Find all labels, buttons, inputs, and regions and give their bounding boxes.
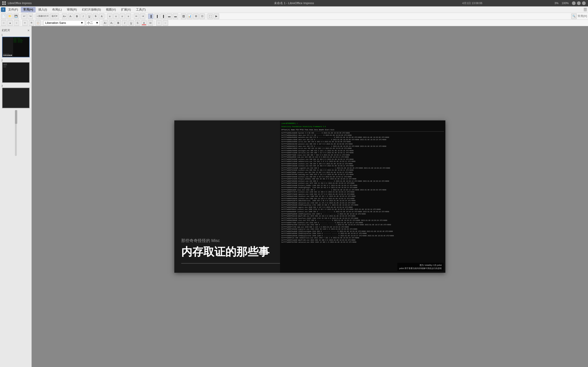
tb2-spacing2[interactable]: ↔ bbox=[163, 20, 168, 26]
slide-divider bbox=[181, 263, 287, 264]
tb-new[interactable]: 📄 bbox=[1, 14, 6, 19]
terminal-row: 0xffffa800f2d5b00 svchost.exe 760 504 9 … bbox=[281, 163, 444, 165]
close-button[interactable] bbox=[582, 1, 586, 5]
tb-save[interactable]: 💾 bbox=[13, 14, 19, 19]
sep1 bbox=[20, 14, 20, 19]
terminal-row: 0xffffa800f7e3a00 services.exe 504 408 7… bbox=[281, 152, 444, 154]
search-area: 🔍 常用(H) bbox=[571, 14, 587, 19]
tb-redo[interactable]: ↪ bbox=[27, 14, 33, 19]
tb2-font-color2[interactable]: A bbox=[141, 20, 147, 26]
terminal-row: 0xffffa800flee b00 vm3dservice.exe 2812 … bbox=[281, 237, 444, 239]
slides-panel-close[interactable]: ✕ bbox=[27, 29, 30, 32]
terminal-row: 0xffffa800ed9560 lsm.exe 544 408 10 153 … bbox=[281, 156, 444, 158]
tb-fullscreen[interactable]: ⛶ bbox=[208, 14, 213, 19]
tb2-open[interactable]: ▲ bbox=[7, 20, 13, 26]
font-name-selector[interactable]: Liberation Sans ▼ bbox=[44, 20, 85, 26]
menu-file[interactable]: 文件(F) bbox=[6, 7, 20, 12]
terminal-row: 0xffffa800ed489c0 smss.exe 272 4 2 30 --… bbox=[281, 134, 444, 137]
search-button[interactable]: 🔍 bbox=[571, 14, 577, 19]
system-tray: LibreOffice Impress bbox=[2, 1, 32, 5]
slide-content: 那些奇奇怪怪的 Misc 内存取证的那些事 (user@TUSKEDEV) > … bbox=[174, 120, 445, 273]
tb2-new[interactable]: □ bbox=[1, 20, 6, 26]
slides-scrollbar-thumb[interactable] bbox=[15, 110, 17, 124]
tb-slide-layout[interactable]: 版式▼ bbox=[50, 14, 59, 19]
maximize-button[interactable] bbox=[577, 1, 581, 5]
tb-align-block-right[interactable]: ▐ bbox=[160, 14, 166, 19]
tb-font-size-down[interactable]: A- bbox=[68, 14, 73, 19]
menu-slideshow[interactable]: 幻灯片放映(S) bbox=[80, 7, 103, 12]
tb-align-justify[interactable]: ≡ bbox=[126, 14, 131, 19]
terminal-row: 0xffffa800ecc6b00 smss.exe 344 272 0 ---… bbox=[281, 139, 444, 141]
tb-undo[interactable]: ↩ bbox=[21, 14, 27, 19]
tb2-bold2[interactable]: B bbox=[115, 20, 121, 26]
tb-insert-image[interactable]: 🖼 bbox=[181, 14, 186, 19]
tb-bold[interactable]: B bbox=[74, 14, 80, 19]
sep-f3 bbox=[101, 21, 101, 25]
tb2-shadow[interactable]: S bbox=[135, 20, 140, 26]
tb2-save-as[interactable]: ☆ bbox=[14, 20, 19, 26]
tb2-paste[interactable]: 📋 bbox=[35, 20, 41, 26]
tb-insert-more[interactable]: ⊡ bbox=[199, 14, 205, 19]
minimize-button[interactable] bbox=[572, 1, 576, 5]
terminal-rows: 0xffffa800cd4db00 System 4 0 89 565 ----… bbox=[281, 132, 444, 243]
tb-italic[interactable]: I bbox=[80, 14, 86, 19]
terminal-row: 0xffffa800f405060 dllhost.exe 432 660 0 … bbox=[281, 180, 444, 183]
terminal-row: 0xffffa800e921b00 taskhost.exe 1380 504 … bbox=[281, 195, 444, 198]
terminal-row: 0xffffa800f6d5b00 2345PinyinClou 1752 13… bbox=[281, 204, 444, 206]
tb2-italic2[interactable]: I bbox=[122, 20, 128, 26]
tb-indent-dec[interactable]: ⇤ bbox=[134, 14, 139, 19]
font-name-arrow: ▼ bbox=[80, 21, 83, 25]
slide-thumbnail-2[interactable]: autochk. autochk.exesmss.execsrss.exe bbox=[2, 62, 30, 83]
menu-more-button[interactable]: ☰ bbox=[583, 7, 587, 12]
right-panel-label: 常用(H) bbox=[578, 14, 587, 18]
tb-font-size-up[interactable]: A+ bbox=[62, 14, 67, 19]
tb-align-block-left[interactable]: ▐ bbox=[148, 14, 153, 19]
tb2-underline2[interactable]: U bbox=[128, 20, 134, 26]
tb-align-block-center[interactable]: ▐ bbox=[154, 14, 160, 19]
libreoffice-logo[interactable]: I bbox=[1, 7, 6, 12]
tb2-spacing[interactable]: ↕ bbox=[156, 20, 162, 26]
tb-align-left[interactable]: ≡ bbox=[107, 14, 112, 19]
tb-underline[interactable]: U bbox=[86, 14, 92, 19]
font-size-selector[interactable]: 小二 ▼ bbox=[86, 20, 100, 26]
tb-align-center[interactable]: ≡ bbox=[113, 14, 119, 19]
slide-thumbnail-1[interactable]: Offset(V) Name PID 0xfffff8... System 4 … bbox=[2, 37, 30, 57]
window-title: 未命名 1 - LibreOffice Impress bbox=[274, 1, 314, 5]
tb2-font-smaller[interactable]: A↓ bbox=[109, 20, 115, 26]
tb2-copy[interactable]: ⧉ bbox=[29, 20, 34, 26]
menu-insert[interactable]: 插入(I) bbox=[36, 7, 49, 12]
tb-font-color[interactable]: A bbox=[99, 14, 104, 19]
menu-common[interactable]: 常用(H) bbox=[21, 7, 36, 12]
terminal-row: 0xffffa800e510060 csrss.exe 428 416 10 5… bbox=[281, 148, 444, 150]
menu-layout[interactable]: 布局(L) bbox=[50, 7, 64, 12]
slide-thumbnail-3[interactable] bbox=[2, 88, 30, 108]
terminal-row: 0xffffa800f7fb00 taskhost.exe 2316 504 0… bbox=[281, 222, 444, 224]
tb2-font-bigger[interactable]: A↑ bbox=[103, 20, 108, 26]
tb2-highlight[interactable]: H bbox=[148, 20, 153, 26]
tb-align-block-top[interactable]: ▬ bbox=[166, 14, 172, 19]
slide-thumb-container-2: 2 autochk. autochk.exesmss.execsrss.exe bbox=[1, 59, 31, 83]
terminal-row: 0xffffa800f4b5b60 explorer.exe 2464 2432… bbox=[281, 228, 444, 231]
menu-view[interactable]: 视图(V) bbox=[104, 7, 118, 12]
font-name-value: Liberation Sans bbox=[45, 21, 66, 25]
tb2-cut[interactable]: ✂ bbox=[22, 20, 28, 26]
slides-scrollbar[interactable] bbox=[15, 110, 17, 156]
tb-insert-table[interactable]: ⊞ bbox=[193, 14, 199, 19]
menu-extension[interactable]: 扩展(X) bbox=[119, 7, 133, 12]
apps-icon[interactable] bbox=[2, 1, 6, 5]
tb-align-block-bottom[interactable]: ▬ bbox=[173, 14, 178, 19]
tb-align-right[interactable]: ≡ bbox=[120, 14, 125, 19]
tb-strikethrough[interactable]: S̶ bbox=[93, 14, 98, 19]
menu-review[interactable]: 审阅(R) bbox=[65, 7, 79, 12]
sep5 bbox=[132, 14, 132, 19]
sep4 bbox=[106, 14, 106, 19]
tb-open[interactable]: 📁 bbox=[7, 14, 13, 19]
tb-present[interactable]: ▶ bbox=[214, 14, 219, 19]
tb-new-slide[interactable]: ＋新建幻灯片 bbox=[36, 14, 49, 19]
tb-insert-chart[interactable]: 📊 bbox=[187, 14, 192, 19]
toolbar1: 📄 📁 💾 ↩ ↪ ＋新建幻灯片 版式▼ A+ A- B I U S̶ A ≡ … bbox=[0, 13, 588, 20]
terminal-row: 0xffffa800efb6060 winlogon.exe 480 416 3… bbox=[281, 150, 444, 152]
menu-tools[interactable]: 工具(T) bbox=[134, 7, 148, 12]
tb-indent-inc[interactable]: ⇥ bbox=[140, 14, 145, 19]
caption-line-2: pslist 用于查看当前内存镜像中系统运行的进程 bbox=[399, 267, 442, 270]
